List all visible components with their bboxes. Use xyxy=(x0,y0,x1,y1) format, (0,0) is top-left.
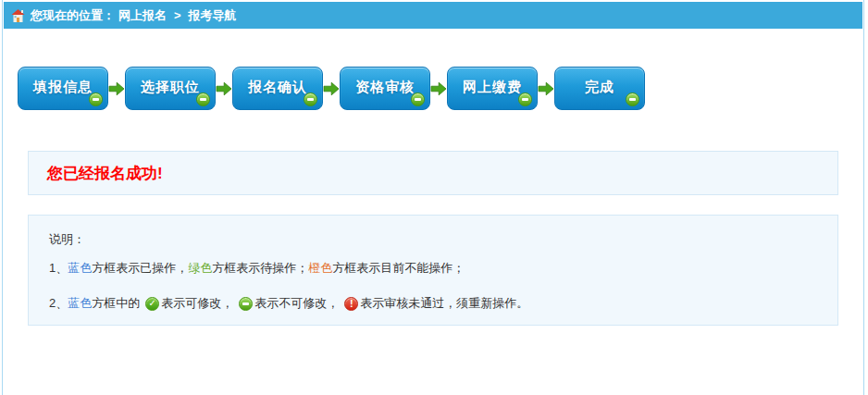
arrow-right-icon xyxy=(430,81,447,96)
step-complete[interactable]: 完成 xyxy=(554,67,645,110)
check-icon xyxy=(145,297,159,311)
arrow-right-icon xyxy=(216,81,232,96)
arrow-right-icon xyxy=(108,81,125,96)
note1-word-blue: 蓝色 xyxy=(68,260,92,277)
step-fill-info[interactable]: 填报信息 xyxy=(18,67,108,110)
step-label: 选择职位 xyxy=(141,79,200,96)
note1-word-green: 绿色 xyxy=(188,260,212,277)
home-icon xyxy=(11,9,25,22)
step-label: 填报信息 xyxy=(33,79,93,96)
breadcrumb-separator: > xyxy=(174,8,181,22)
breadcrumb-location-label: 您现在的位置： xyxy=(31,7,115,24)
note1-text-b: 方框表示待操作； xyxy=(212,260,308,277)
arrow-right-icon xyxy=(538,81,554,96)
note1-text-a: 方框表示已操作， xyxy=(92,260,188,277)
breadcrumb: 您现在的位置： 网上报名 > 报考导航 xyxy=(4,2,862,29)
minus-badge-icon xyxy=(196,93,210,106)
minus-icon xyxy=(239,297,253,311)
note1-text-c: 方框表示目前不能操作； xyxy=(332,260,465,277)
note2-word-blue: 蓝色 xyxy=(68,295,92,312)
step-label: 完成 xyxy=(585,79,614,96)
note1-prefix: 1、 xyxy=(49,260,68,277)
step-qualification-review[interactable]: 资格审核 xyxy=(340,67,430,110)
success-message-box: 您已经报名成功! xyxy=(28,151,838,195)
minus-badge-icon xyxy=(518,93,532,106)
breadcrumb-link-online-registration[interactable]: 网上报名 xyxy=(118,7,167,24)
step-label: 网上缴费 xyxy=(463,79,522,96)
step-label: 报名确认 xyxy=(248,79,307,96)
minus-badge-icon xyxy=(411,93,425,106)
minus-badge-icon xyxy=(89,93,103,106)
arrow-right-icon xyxy=(323,81,340,96)
note2-minus-label: 表示不可修改， xyxy=(254,295,339,312)
step-confirm-registration[interactable]: 报名确认 xyxy=(232,67,323,110)
step-label: 资格审核 xyxy=(355,79,415,96)
step-choose-position[interactable]: 选择职位 xyxy=(125,67,216,110)
warning-icon xyxy=(344,297,358,311)
success-message: 您已经报名成功! xyxy=(47,163,163,184)
minus-badge-icon xyxy=(626,93,639,106)
minus-badge-icon xyxy=(304,93,317,106)
note2-check-label: 表示可修改， xyxy=(161,295,233,312)
note2-prefix: 2、 xyxy=(49,295,68,312)
note2-text-a: 方框中的 xyxy=(92,295,140,312)
notes-box: 说明： 1、 蓝色 方框表示已操作， 绿色 方框表示待操作； 橙色 方框表示目前… xyxy=(28,215,838,326)
breadcrumb-current: 报考导航 xyxy=(189,7,237,24)
note1-word-orange: 橙色 xyxy=(308,260,332,277)
note-line-2: 2、 蓝色 方框中的 表示可修改， 表示不可修改， 表示审核未通过，须重新操作。 xyxy=(49,295,828,312)
step-online-payment[interactable]: 网上缴费 xyxy=(447,67,538,110)
notes-title: 说明： xyxy=(49,231,828,248)
note2-warn-label: 表示审核未通过，须重新操作。 xyxy=(360,295,528,312)
note-line-1: 1、 蓝色 方框表示已操作， 绿色 方框表示待操作； 橙色 方框表示目前不能操作… xyxy=(49,260,828,277)
page: 您现在的位置： 网上报名 > 报考导航 填报信息 选择职位 报名确认 资格审核 xyxy=(2,0,864,395)
step-nav: 填报信息 选择职位 报名确认 资格审核 网上缴费 xyxy=(18,66,863,111)
